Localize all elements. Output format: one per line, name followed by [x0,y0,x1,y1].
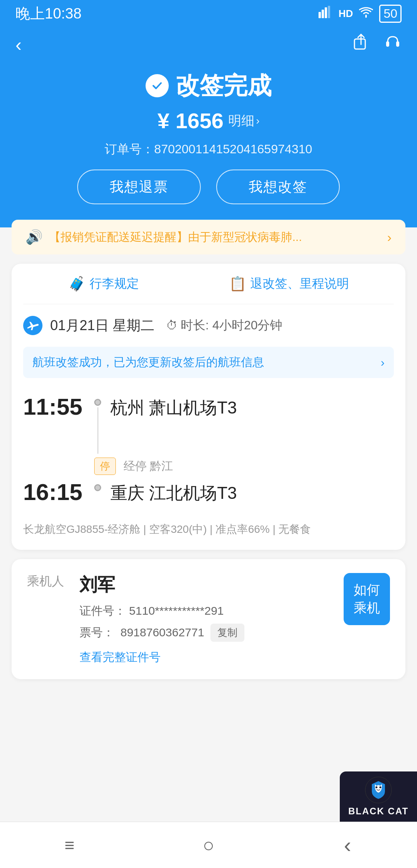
svg-rect-3 [328,6,330,18]
svg-rect-1 [322,10,324,18]
board-btn-line2: 乘机 [354,599,380,617]
announcement-left: 🔊 【报销凭证配送延迟提醒】由于新型冠状病毒肺... [25,229,387,245]
board-btn-line1: 如何 [354,581,380,599]
announcement-banner[interactable]: 🔊 【报销凭证配送延迟提醒】由于新型冠状病毒肺... › [12,220,405,254]
arrival-airport: 重庆 江北机场T3 [110,479,237,505]
status-icons: HD 50 [319,5,402,23]
svg-rect-4 [354,39,365,49]
announcement-text: 【报销凭证配送延迟提醒】由于新型冠状病毒肺... [49,229,302,245]
departure-airport: 杭州 萧山机场T3 [110,393,237,419]
bottom-navigation: ≡ ○ ‹ BLACK CAT [0,822,417,868]
card-links: 🧳 行李规定 📋 退改签、里程说明 [23,275,394,304]
refund-change-link[interactable]: 📋 退改签、里程说明 [229,275,349,292]
hero-section: 改签完成 ¥ 1656 明细 › 订单号：8702001141520416597… [0,62,417,227]
order-number: 订单号：87020011415204165974310 [15,141,402,158]
luggage-rules-link[interactable]: 🧳 行李规定 [68,275,139,292]
arrival-point: 16:15 重庆 江北机场T3 [23,479,394,505]
back-nav-button[interactable]: ‹ [332,830,363,861]
share-icon[interactable] [352,34,370,55]
price-detail-link[interactable]: 明细 › [228,112,259,130]
black-cat-text: BLACK CAT [348,806,409,817]
back-icon: ‹ [344,832,351,858]
stopover-text: 经停 黔江 [124,458,173,474]
passenger-row: 乘机人 刘军 证件号： 5110***********291 票号： 89187… [27,573,390,665]
flight-date: 01月21日 星期二 [50,316,154,335]
timeline-top [94,393,101,454]
change-notice[interactable]: 航班改签成功，已为您更新改签后的航班信息 › [23,347,394,378]
home-nav-button[interactable]: ○ [193,830,224,861]
home-icon: ○ [203,834,214,856]
arrival-dot [94,484,101,491]
headset-icon[interactable] [384,34,402,55]
flight-duration: ⏱ 时长: 4小时20分钟 [166,317,282,334]
nav-bar: ‹ [0,27,417,62]
timeline-line-top [97,407,98,454]
status-time: 晚上10:38 [15,4,81,24]
document-icon: 📋 [229,276,246,292]
luggage-icon: 🧳 [68,276,86,292]
passenger-name: 刘军 [80,573,244,597]
passenger-card: 乘机人 刘军 证件号： 5110***********291 票号： 89187… [12,559,405,679]
svg-rect-2 [325,7,327,18]
flight-date-row: 01月21日 星期二 ⏱ 时长: 4小时20分钟 [23,316,394,335]
copy-ticket-button[interactable]: 复制 [210,624,244,642]
hero-title: 改签完成 [15,70,402,102]
svg-point-9 [380,787,381,788]
check-circle-icon [146,74,169,97]
hd-icon: HD [339,8,353,20]
completion-title: 改签完成 [176,70,271,102]
speaker-icon: 🔊 [25,229,43,245]
hero-price-row: ¥ 1656 明细 › [15,108,402,133]
timeline-bottom [94,479,101,491]
price-amount: ¥ 1656 [158,108,224,133]
announcement-arrow: › [387,230,392,245]
wifi-icon [359,7,373,21]
black-cat-watermark: BLACK CAT [340,771,417,822]
svg-rect-6 [396,41,399,47]
flight-card: 🧳 行李规定 📋 退改签、里程说明 01月21日 星期二 ⏱ 时长: 4小时20… [12,264,405,550]
nav-actions [352,34,402,55]
price-detail-arrow: › [256,115,259,127]
passenger-details: 刘军 证件号： 5110***********291 票号： 891876036… [80,573,244,665]
refund-button[interactable]: 我想退票 [77,170,201,204]
back-button[interactable]: ‹ [15,34,22,55]
ticket-row: 票号： 8918760362771 复制 [80,624,244,642]
passenger-info: 乘机人 刘军 证件号： 5110***********291 票号： 89187… [27,573,344,665]
flight-logo [23,316,42,335]
change-button[interactable]: 我想改签 [216,170,340,204]
arrival-time: 16:15 [23,479,85,505]
departure-point: 11:55 杭州 萧山机场T3 [23,393,394,454]
svg-point-8 [376,787,378,788]
svg-rect-0 [319,12,321,18]
stopover-badge: 停 [94,458,116,475]
change-notice-arrow: › [381,356,385,369]
change-notice-text: 航班改签成功，已为您更新改签后的航班信息 [32,354,264,370]
battery-indicator: 50 [379,5,402,23]
passenger-label: 乘机人 [27,573,64,590]
svg-rect-5 [386,41,389,47]
stopover-row: 停 经停 黔江 [94,458,394,475]
passenger-id-row: 证件号： 5110***********291 [80,603,244,619]
flight-timeline: 11:55 杭州 萧山机场T3 停 经停 黔江 16:15 重庆 江北机场T3 [23,390,394,513]
departure-time: 11:55 [23,393,85,420]
how-to-board-button[interactable]: 如何 乘机 [344,573,390,625]
status-bar: 晚上10:38 HD 50 [0,0,417,27]
menu-icon: ≡ [64,836,75,855]
action-buttons: 我想退票 我想改签 [15,170,402,208]
view-full-id-link[interactable]: 查看完整证件号 [80,649,161,665]
departure-dot [94,399,101,406]
flight-footer: 长龙航空GJ8855-经济舱 | 空客320(中) | 准点率66% | 无餐食 [23,521,394,538]
signal-icon [319,6,332,21]
clock-icon: ⏱ [166,319,178,332]
menu-nav-button[interactable]: ≡ [54,830,85,861]
